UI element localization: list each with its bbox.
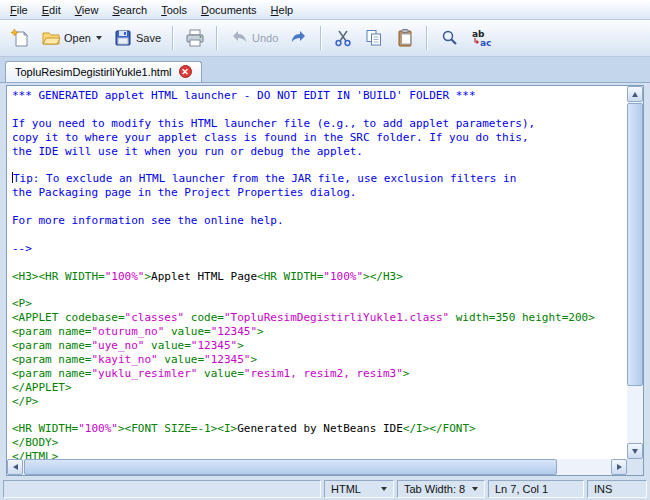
tab-title: TopluResimDegistirliYukle1.html: [15, 66, 172, 78]
code-line: <param name="oturum_no" value="12345">: [12, 325, 627, 339]
horizontal-scrollbar-thumb[interactable]: [24, 459, 557, 475]
code-line: [12, 103, 627, 117]
code-line: the IDE will use it when you run or debu…: [12, 145, 627, 159]
status-insert-mode: INS: [587, 480, 647, 498]
scroll-down-button[interactable]: [627, 443, 643, 459]
undo-button[interactable]: Undo: [224, 24, 283, 52]
open-dropdown-arrow-icon[interactable]: [96, 36, 102, 40]
status-bar: HTML Tab Width: 8 Ln 7, Col 1 INS: [0, 478, 650, 500]
code-line: </P>: [12, 395, 627, 409]
code-line: [12, 283, 627, 297]
print-button[interactable]: [180, 24, 210, 52]
print-icon: [185, 28, 205, 48]
syntax-mode-dropdown-icon: [381, 487, 387, 491]
scrollbar-corner: [627, 459, 643, 475]
code-line: <APPLET codebase="classes" code="TopluRe…: [12, 311, 627, 325]
code-line: If you need to modify this HTML launcher…: [12, 117, 627, 131]
find-button[interactable]: [434, 24, 464, 52]
tab-bar: TopluResimDegistirliYukle1.html ✕: [0, 57, 650, 83]
code-editor-text[interactable]: *** GENERATED applet HTML launcher - DO …: [7, 86, 627, 459]
menu-item-tools[interactable]: Tools: [154, 2, 194, 18]
new-document-icon: [10, 28, 30, 48]
status-caret-position: Ln 7, Col 1: [488, 480, 584, 498]
menu-item-help[interactable]: Help: [264, 2, 301, 18]
open-button-label: Open: [64, 32, 91, 44]
horizontal-scrollbar[interactable]: [7, 459, 627, 475]
code-line: For more information see the online help…: [12, 214, 627, 228]
code-line: <HR WIDTH="100%"><FONT SIZE=-1><I>Genera…: [12, 422, 627, 436]
code-line: </APPLET>: [12, 381, 627, 395]
code-line: <param name="uye_no" value="12345">: [12, 339, 627, 353]
code-line: -->: [12, 242, 627, 256]
code-line: </HTML>: [12, 450, 627, 459]
editor-area[interactable]: *** GENERATED applet HTML launcher - DO …: [6, 85, 644, 476]
arrow-left-icon: [13, 464, 18, 470]
find-magnifier-icon: [439, 28, 459, 48]
open-folder-icon: [41, 28, 61, 48]
editor-window: FileEditViewSearchToolsDocumentsHelp Ope…: [0, 0, 650, 500]
menu-item-documents[interactable]: Documents: [194, 2, 264, 18]
code-line: <param name="yuklu_resimler" value="resi…: [12, 367, 627, 381]
status-caret-position-value: Ln 7, Col 1: [495, 483, 548, 495]
code-line: <param name="kayit_no" value="12345">: [12, 353, 627, 367]
code-line: [12, 200, 627, 214]
toolbar-separator: [426, 26, 428, 50]
tab-close-icon[interactable]: ✕: [179, 65, 192, 78]
arrow-right-icon: [617, 464, 622, 470]
status-syntax-mode-value: HTML: [331, 483, 361, 495]
code-line: <P>: [12, 297, 627, 311]
code-line: [12, 228, 627, 242]
paste-button[interactable]: [390, 24, 420, 52]
code-line: copy it to where your applet class is fo…: [12, 131, 627, 145]
arrow-down-icon: [632, 449, 638, 454]
menu-item-edit[interactable]: Edit: [35, 2, 68, 18]
code-line: [12, 408, 627, 422]
code-line: *** GENERATED applet HTML launcher - DO …: [12, 89, 627, 103]
arrow-up-icon: [632, 92, 638, 97]
replace-ab-ac-icon: ab ac: [470, 28, 492, 48]
undo-icon: [229, 28, 249, 48]
undo-button-label: Undo: [252, 32, 278, 44]
copy-button[interactable]: [359, 24, 389, 52]
menu-bar: FileEditViewSearchToolsDocumentsHelp: [0, 0, 650, 20]
save-button-label: Save: [136, 32, 161, 44]
redo-icon: [289, 28, 309, 48]
scroll-up-button[interactable]: [627, 86, 643, 102]
code-line: </BODY>: [12, 436, 627, 450]
menu-item-file[interactable]: File: [3, 2, 35, 18]
cut-scissors-icon: [333, 28, 353, 48]
scroll-left-button[interactable]: [7, 459, 23, 475]
tab-document[interactable]: TopluResimDegistirliYukle1.html ✕: [5, 61, 202, 82]
code-line: [12, 256, 627, 270]
save-icon: [113, 28, 133, 48]
status-message-panel: [3, 480, 321, 498]
status-syntax-mode-selector[interactable]: HTML: [324, 480, 394, 498]
toolbar: Open Save: [0, 20, 650, 57]
new-document-button[interactable]: [5, 24, 35, 52]
cut-button[interactable]: [328, 24, 358, 52]
code-line: <H3><HR WIDTH="100%">Applet HTML Page<HR…: [12, 270, 627, 284]
toolbar-separator: [172, 26, 174, 50]
tab-width-dropdown-icon: [472, 487, 478, 491]
save-button[interactable]: Save: [108, 24, 166, 52]
status-insert-mode-value: INS: [594, 483, 612, 495]
menu-item-search[interactable]: Search: [105, 2, 154, 18]
paste-clipboard-icon: [395, 28, 415, 48]
copy-icon: [364, 28, 384, 48]
code-line: [12, 158, 627, 172]
redo-button[interactable]: [284, 24, 314, 52]
status-tab-width-selector[interactable]: Tab Width: 8: [397, 480, 485, 498]
vertical-scrollbar-thumb[interactable]: [627, 103, 643, 386]
svg-text:ac: ac: [480, 38, 491, 48]
toolbar-separator: [216, 26, 218, 50]
code-line: the Packaging page in the Project Proper…: [12, 186, 627, 200]
scroll-right-button[interactable]: [611, 459, 627, 475]
vertical-scrollbar[interactable]: [627, 86, 643, 459]
toolbar-separator: [320, 26, 322, 50]
replace-button[interactable]: ab ac: [465, 24, 497, 52]
status-tab-width-value: Tab Width: 8: [404, 483, 465, 495]
open-button[interactable]: Open: [36, 24, 107, 52]
code-line: Tip: To exclude an HTML launcher from th…: [12, 172, 627, 186]
menu-item-view[interactable]: View: [68, 2, 106, 18]
